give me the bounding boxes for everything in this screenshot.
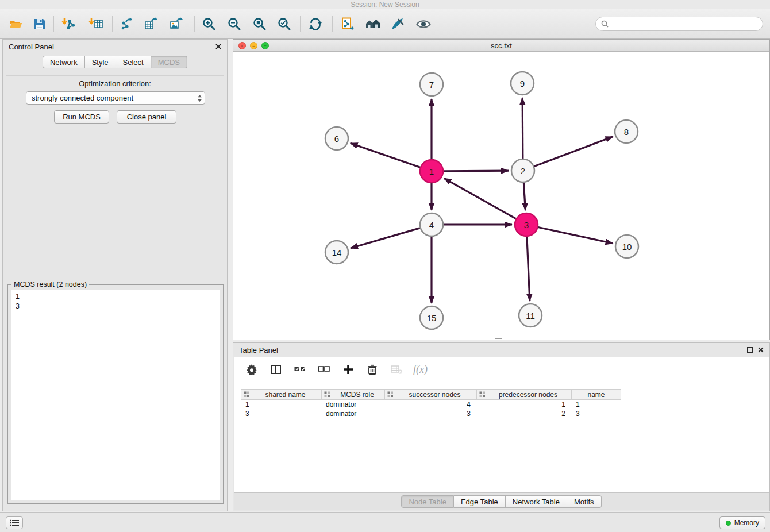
close-panel-button[interactable]: Close panel xyxy=(117,110,176,124)
graph-node-9[interactable]: 9 xyxy=(511,72,534,95)
svg-text:2: 2 xyxy=(521,166,525,176)
graph-node-8[interactable]: 8 xyxy=(615,120,638,143)
table-export-icon xyxy=(144,17,159,32)
window-title: Session: New Session xyxy=(351,1,419,9)
add-column-icon[interactable] xyxy=(341,362,356,377)
graph-node-3[interactable]: 3 xyxy=(515,213,538,236)
zoom-out-icon[interactable] xyxy=(224,14,245,34)
float-panel-icon[interactable] xyxy=(205,44,210,49)
run-mcds-button[interactable]: Run MCDS xyxy=(54,110,109,124)
graph-node-11[interactable]: 11 xyxy=(519,304,542,327)
cell-mcds-role[interactable]: dominator xyxy=(321,400,384,409)
graph-node-6[interactable]: 6 xyxy=(325,127,348,150)
cell-predecessor-nodes[interactable]: 1 xyxy=(476,400,571,409)
tab-network-table[interactable]: Network Table xyxy=(506,495,567,508)
graph-edge-1-2[interactable] xyxy=(444,171,509,171)
graph-edge-3-1[interactable] xyxy=(444,178,516,218)
cell-successor-nodes[interactable]: 3 xyxy=(384,409,476,418)
save-session-icon[interactable] xyxy=(29,14,51,34)
search-field[interactable] xyxy=(595,17,763,31)
refresh-icon xyxy=(308,17,323,32)
splitter-handle[interactable] xyxy=(495,338,502,341)
tab-node-table[interactable]: Node Table xyxy=(401,495,454,508)
show-columns-icon[interactable] xyxy=(268,362,283,377)
select-all-rows-icon[interactable] xyxy=(292,362,307,377)
toolbar-separator xyxy=(332,16,333,32)
cell-shared-name[interactable]: 1 xyxy=(241,400,321,409)
graph-node-4[interactable]: 4 xyxy=(420,213,443,236)
cell-name[interactable]: 1 xyxy=(571,400,620,409)
show-panels-button[interactable] xyxy=(6,516,23,529)
search-input[interactable] xyxy=(612,20,757,28)
network-canvas[interactable]: 7968124314101511 xyxy=(233,52,769,340)
graph-node-15[interactable]: 15 xyxy=(420,306,443,329)
refresh-layout-icon[interactable] xyxy=(305,14,326,34)
graph-edge-2-3[interactable] xyxy=(523,183,525,210)
graph-edge-4-14[interactable] xyxy=(351,228,420,248)
new-network-from-selection-icon[interactable] xyxy=(337,14,359,34)
svg-text:7: 7 xyxy=(429,80,434,90)
optimization-criterion-select[interactable]: strongly connected component xyxy=(26,91,205,105)
graph-edge-1-6[interactable] xyxy=(351,143,421,167)
tab-content-divider xyxy=(6,75,224,76)
tab-network[interactable]: Network xyxy=(43,56,85,68)
column-header-predecessor-nodes[interactable]: predecessor nodes xyxy=(477,390,572,399)
close-panel-icon[interactable] xyxy=(215,44,221,49)
column-header-mcds-role[interactable]: MCDS role xyxy=(322,390,385,399)
export-table-icon[interactable] xyxy=(141,14,163,34)
tab-motifs[interactable]: Motifs xyxy=(567,495,602,508)
magnifier-fit-icon xyxy=(252,17,267,32)
deselect-all-rows-icon[interactable] xyxy=(317,362,332,377)
maximize-window-icon[interactable]: + xyxy=(261,42,269,49)
column-header-shared-name[interactable]: shared name xyxy=(241,390,322,399)
fit-content-icon[interactable] xyxy=(249,14,271,34)
table-panel-header: Table Panel xyxy=(233,343,769,357)
cell-successor-nodes[interactable]: 4 xyxy=(384,400,476,409)
open-session-icon[interactable] xyxy=(5,14,26,34)
graph-node-14[interactable]: 14 xyxy=(325,241,348,264)
mcds-result-list[interactable]: 1 3 xyxy=(11,290,220,500)
import-table-icon[interactable] xyxy=(85,14,107,34)
zoom-selected-icon[interactable] xyxy=(274,14,295,34)
graph-edge-3-11[interactable] xyxy=(527,237,530,301)
graph-node-7[interactable]: 7 xyxy=(420,73,443,96)
tab-select[interactable]: Select xyxy=(116,56,151,68)
tab-style[interactable]: Style xyxy=(85,56,116,68)
export-image-icon[interactable] xyxy=(166,14,188,34)
cell-predecessor-nodes[interactable]: 2 xyxy=(476,409,571,418)
memory-button[interactable]: Memory xyxy=(719,516,765,529)
table-header-row: shared name MCDS role xyxy=(241,389,621,400)
float-panel-icon[interactable] xyxy=(747,347,753,353)
graph-node-1[interactable]: 1 xyxy=(420,160,443,183)
close-window-icon[interactable]: × xyxy=(238,42,246,49)
graph-edge-3-10[interactable] xyxy=(538,227,613,243)
table-row[interactable]: 3 dominator 3 2 3 xyxy=(241,409,621,418)
network-overview-icon[interactable] xyxy=(362,14,384,34)
delete-columns-icon[interactable] xyxy=(365,362,380,377)
graph-edge-2-9[interactable] xyxy=(522,98,523,159)
magnifier-plus-icon xyxy=(202,17,217,32)
cell-mcds-role[interactable]: dominator xyxy=(321,409,384,418)
apply-style-icon[interactable] xyxy=(387,14,409,34)
export-network-icon[interactable] xyxy=(116,14,138,34)
tab-edge-table[interactable]: Edge Table xyxy=(454,495,506,508)
minimize-window-icon[interactable]: − xyxy=(250,42,257,49)
graph-edge-2-8[interactable] xyxy=(534,137,613,167)
cell-shared-name[interactable]: 3 xyxy=(241,409,321,418)
graph-node-10[interactable]: 10 xyxy=(615,235,638,258)
main-toolbar xyxy=(0,9,770,39)
close-panel-icon[interactable] xyxy=(758,347,764,353)
mcds-result-title: MCDS result (2 nodes) xyxy=(11,280,89,288)
cell-name[interactable]: 3 xyxy=(571,409,620,418)
network-window-title-bar[interactable]: × − + scc.txt xyxy=(233,40,769,52)
zoom-in-icon[interactable] xyxy=(198,14,220,34)
graph-node-2[interactable]: 2 xyxy=(511,159,534,182)
show-graphics-details-icon[interactable] xyxy=(413,14,434,34)
column-header-successor-nodes[interactable]: successor nodes xyxy=(385,390,477,399)
toolbar-separator xyxy=(194,16,195,32)
import-network-icon[interactable] xyxy=(57,14,79,34)
table-mode-gear-icon[interactable] xyxy=(244,362,259,377)
column-header-name[interactable]: name xyxy=(572,390,621,399)
table-row[interactable]: 1 dominator 4 1 1 xyxy=(241,400,621,409)
tab-mcds[interactable]: MCDS xyxy=(151,56,187,68)
